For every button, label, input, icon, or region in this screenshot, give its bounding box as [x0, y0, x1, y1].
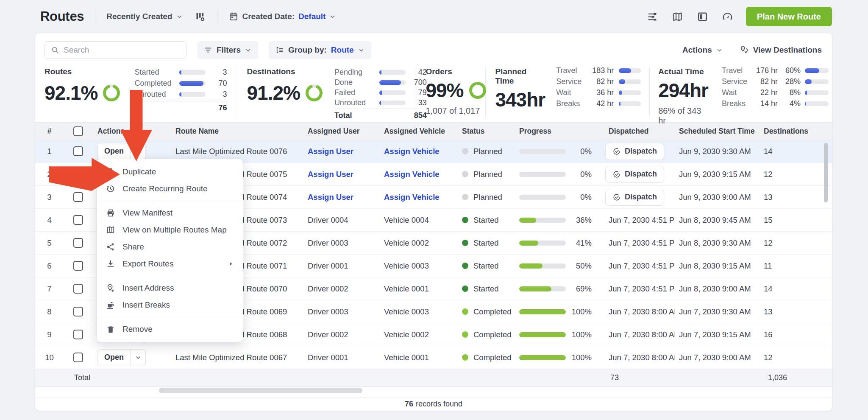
- actions-dropdown[interactable]: Actions: [682, 45, 723, 55]
- stat-item-bar: [805, 79, 829, 84]
- filters-button[interactable]: Filters: [197, 41, 258, 59]
- stat-item-value: 14 hr: [753, 99, 778, 108]
- menu-item-remove[interactable]: Remove: [97, 321, 243, 338]
- share-icon: [106, 242, 115, 252]
- menu-item-insert-address[interactable]: Insert Address: [97, 280, 243, 297]
- search-icon: [51, 46, 59, 54]
- records-found: 76 records found: [35, 397, 832, 411]
- open-button-chevron[interactable]: [130, 350, 145, 366]
- menu-item-create-recurring-route[interactable]: Create Recurring Route: [97, 180, 243, 197]
- row-checkbox[interactable]: [73, 284, 83, 294]
- chevron-down-icon: [716, 47, 723, 53]
- check-circle-icon: [612, 193, 621, 202]
- assigned-vehicle: Vehicle 0001: [384, 353, 429, 362]
- stat-item-percent: 8%: [782, 88, 801, 97]
- scheduled-start-time: Jun 8, 2030 9:30 AM: [675, 238, 760, 248]
- table-header: #ActionsRoute NameAssigned UserAssigned …: [35, 122, 832, 140]
- dashboard-button[interactable]: [722, 11, 733, 22]
- destinations-count: 15: [760, 216, 818, 225]
- stat-item-label: Done: [334, 78, 375, 87]
- stat-list-item: Service82 hr28%: [722, 77, 829, 86]
- status-label: Started: [473, 261, 499, 271]
- assigned-user-link[interactable]: Assign User: [308, 147, 353, 156]
- menu-item-insert-breaks[interactable]: Insert Breaks: [97, 297, 243, 314]
- stat-item-label: Service: [722, 77, 749, 86]
- row-index: 6: [35, 261, 64, 271]
- dispatch-button-label: Dispatch: [625, 147, 657, 156]
- stat-list-item: Pending42: [334, 68, 423, 77]
- row-checkbox[interactable]: [73, 215, 83, 225]
- search-box[interactable]: [45, 41, 186, 59]
- status-label: Planned: [473, 147, 502, 156]
- created-date-dropdown[interactable]: Created Date: Default: [228, 11, 336, 22]
- actual-time-breakdown: Travel176 hr60%Service82 hr28%Wait22 hr8…: [722, 66, 829, 117]
- map-icon: [672, 11, 683, 22]
- stat-item-percent: 60%: [782, 66, 801, 75]
- progress-value: 100%: [566, 307, 592, 316]
- horizontal-scrollbar[interactable]: [159, 388, 362, 393]
- chevron-down-icon: [329, 14, 336, 20]
- stat-destinations: Destinations 91.2% Pending42Done700Faile…: [237, 67, 417, 117]
- group-by-button[interactable]: Group by: Route: [269, 41, 371, 59]
- stat-list-item: Done700: [334, 78, 423, 87]
- stat-list-item: Wait36 hr: [556, 88, 641, 97]
- dispatch-button[interactable]: Dispatch: [605, 189, 664, 206]
- dispatch-button[interactable]: Dispatch: [605, 166, 664, 183]
- row-checkbox[interactable]: [73, 307, 83, 316]
- progress-value: 69%: [566, 284, 592, 294]
- menu-item-view-manifest[interactable]: View Manifest: [97, 204, 243, 221]
- plan-new-route-button[interactable]: Plan New Route: [746, 7, 832, 26]
- panel-view-button[interactable]: [697, 11, 708, 22]
- status-dot: [462, 354, 468, 361]
- column-header-dispatched: Dispatched: [604, 127, 675, 136]
- assigned-user-link[interactable]: Assign User: [308, 193, 353, 202]
- row-index: 7: [35, 284, 64, 294]
- total-destinations: 1,036: [760, 373, 818, 382]
- menu-item-export-routes[interactable]: Export Routes: [97, 255, 243, 272]
- menu-item-view-on-multiple-routes-map[interactable]: View on Multiple Routes Map: [97, 221, 243, 238]
- stat-item-value: 22 hr: [753, 88, 778, 97]
- assigned-vehicle-link[interactable]: Assign Vehicle: [384, 170, 440, 179]
- stat-item-value: 176 hr: [753, 66, 778, 75]
- row-checkbox[interactable]: [73, 261, 83, 271]
- top-bar: Routes Recently Created Created Date: De…: [0, 0, 868, 33]
- dispatch-button[interactable]: Dispatch: [605, 143, 664, 160]
- row-checkbox[interactable]: [73, 330, 83, 339]
- assigned-vehicle-link[interactable]: Assign Vehicle: [384, 193, 440, 202]
- stat-list-item: Started3: [134, 68, 228, 77]
- progress-bar: [519, 172, 566, 177]
- destinations-donut: [306, 84, 323, 101]
- assigned-user-link[interactable]: Assign User: [308, 170, 353, 179]
- progress-bar: [519, 263, 566, 269]
- row-checkbox[interactable]: [73, 353, 83, 362]
- scheduled-start-time: Jun 8, 2030 9:00 AM: [675, 284, 760, 294]
- row-index: 5: [35, 238, 64, 248]
- row-checkbox[interactable]: [73, 238, 83, 248]
- menu-item-share[interactable]: Share: [97, 238, 243, 255]
- status-dot: [462, 331, 468, 338]
- map-view-button[interactable]: [672, 11, 683, 22]
- select-all-checkbox[interactable]: [73, 126, 83, 136]
- dispatched-time: Jun 7, 2030 8:00 AM: [609, 330, 675, 339]
- assigned-vehicle-link[interactable]: Assign Vehicle: [384, 147, 440, 156]
- row-checkbox[interactable]: [73, 146, 83, 156]
- routes-list-view-button[interactable]: [647, 11, 658, 22]
- dispatched-time: Jun 7, 2030 4:51 PM: [609, 261, 675, 270]
- progress-bar: [519, 195, 566, 200]
- vertical-scrollbar[interactable]: [824, 143, 828, 202]
- routes-page: Routes Recently Created Created Date: De…: [0, 0, 868, 420]
- routes-breakdown: Started3Completed70Unrouted3 76: [134, 68, 228, 117]
- assigned-user: Driver 0001: [308, 353, 348, 362]
- open-button[interactable]: Open: [97, 349, 146, 366]
- view-destinations-button[interactable]: View Destinations: [740, 45, 822, 55]
- row-checkbox[interactable]: [73, 192, 83, 202]
- columns-settings-button[interactable]: [195, 11, 206, 22]
- stat-item-value: 42 hr: [589, 99, 614, 108]
- progress-value: 0%: [566, 147, 592, 156]
- actual-time-unit: hr: [690, 79, 708, 102]
- stat-item-percent: 4%: [782, 99, 801, 108]
- group-by-value: Route: [331, 45, 354, 55]
- sort-dropdown[interactable]: Recently Created: [106, 12, 182, 21]
- menu-item-duplicate[interactable]: Duplicate: [97, 163, 243, 180]
- search-input[interactable]: [64, 45, 180, 55]
